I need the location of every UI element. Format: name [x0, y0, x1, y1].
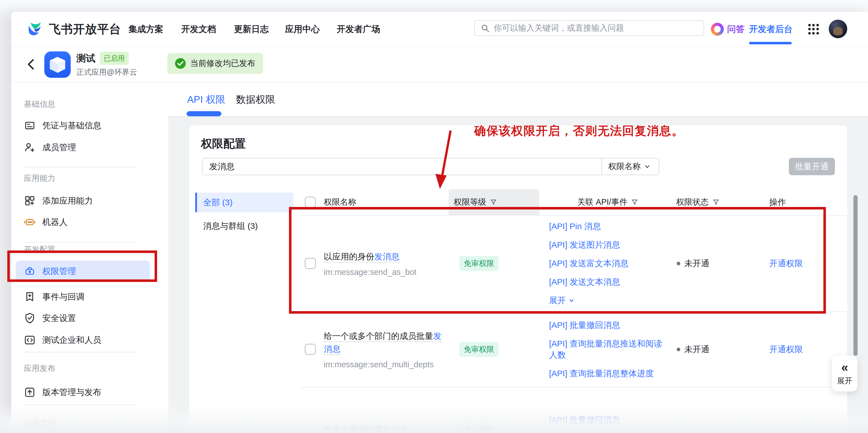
permission-code: im:message:send_multi_depts	[324, 360, 447, 369]
permission-name[interactable]: 给一个或多个部门的成员批量发消息	[324, 330, 447, 355]
nav-link-solutions[interactable]: 集成方案	[128, 12, 163, 46]
sidebar-item-credentials[interactable]: 凭证与基础信息	[19, 115, 159, 136]
open-permission-link[interactable]: 开通权限	[769, 344, 803, 355]
filter-funnel-icon[interactable]	[713, 199, 719, 206]
search-field-select[interactable]: 权限名称	[602, 158, 659, 175]
col-api[interactable]: 关联 API/事件	[539, 197, 671, 208]
back-icon[interactable]	[26, 58, 37, 70]
chevron-down-icon	[644, 164, 650, 170]
double-chevron-left-icon: «	[841, 361, 848, 373]
qna-link[interactable]: 问答	[711, 12, 745, 46]
app-name: 测试	[76, 52, 95, 65]
table-row: 给一个或多个部门的成员批量发消息 im:message:send_multi_d…	[300, 311, 848, 387]
console-link[interactable]: 开发者后台	[749, 12, 793, 46]
status-text: 未开通	[684, 344, 710, 355]
qna-ring-icon	[711, 23, 724, 36]
col-action: 操作	[769, 197, 786, 208]
shield-check-icon	[24, 312, 36, 324]
search-placeholder: 你可以输入关键词，或直接输入问题	[494, 23, 624, 34]
page-title: 权限配置	[201, 136, 246, 151]
sidebar-item-events[interactable]: 事件与回调	[19, 287, 159, 307]
feishu-logo-icon	[28, 21, 44, 37]
select-all-checkbox[interactable]	[305, 197, 316, 208]
bottom-fade-overlay	[0, 404, 868, 433]
api-link[interactable]: [API] 查询批量消息整体进度	[549, 368, 668, 379]
sidebar-item-test-org[interactable]: 测试企业和人员	[19, 330, 159, 350]
console-active-bar	[749, 42, 792, 45]
sidebar-item-security[interactable]: 安全设置	[19, 308, 159, 328]
filter-funnel-icon[interactable]	[490, 199, 497, 206]
sidebar-item-version-release[interactable]: 版本管理与发布	[19, 382, 159, 402]
section-capabilities: 应用能力	[24, 173, 55, 184]
tabs-bar: API 权限 数据权限	[168, 83, 868, 117]
code-brackets-icon	[24, 334, 36, 346]
nav-link-marketplace[interactable]: 开发者广场	[337, 12, 380, 46]
active-tab-indicator	[187, 111, 221, 116]
section-release: 应用发布	[24, 363, 55, 374]
sidebar-item-bot[interactable]: 机器人	[19, 212, 159, 232]
app-icon	[44, 51, 71, 78]
enabled-badge: 已启用	[100, 52, 129, 65]
filter-all[interactable]: 全部 (3)	[195, 193, 293, 212]
apps-grid-icon[interactable]	[807, 23, 820, 35]
annotation-arrow	[429, 128, 463, 194]
avatar[interactable]	[829, 20, 847, 38]
nav-link-docs[interactable]: 开发文档	[181, 12, 216, 46]
expand-panel-button[interactable]: « 展开	[832, 355, 857, 392]
brand[interactable]: 飞书开放平台	[28, 12, 121, 46]
section-basic-info: 基础信息	[24, 99, 55, 110]
credential-card-icon	[24, 120, 36, 132]
tab-data-permissions[interactable]: 数据权限	[236, 83, 275, 116]
app-header: 测试 已启用 正式应用@环界云 当前修改均已发布	[11, 46, 868, 82]
scrollbar-thumb[interactable]	[854, 195, 858, 356]
col-status[interactable]: 权限状态	[671, 197, 761, 208]
permission-search-input[interactable]: 发消息	[202, 158, 602, 175]
brand-title: 飞书开放平台	[49, 21, 121, 37]
row-checkbox[interactable]	[305, 344, 316, 355]
check-circle-icon	[175, 58, 186, 69]
api-link[interactable]: [API] 批量撤回消息	[549, 320, 668, 331]
sidebar-item-members[interactable]: 成员管理	[19, 137, 159, 157]
app-type: 正式应用@环界云	[76, 67, 137, 77]
search-input[interactable]: 你可以输入关键词，或直接输入问题	[474, 20, 704, 36]
filter-message-group[interactable]: 消息与群组 (3)	[195, 216, 293, 236]
divider	[24, 167, 136, 167]
member-add-icon	[24, 142, 36, 153]
annotation-box-sidebar	[7, 251, 157, 282]
divider	[24, 352, 136, 352]
sidebar-item-add-capability[interactable]: 添加应用能力	[19, 191, 159, 211]
level-badge: 免审权限	[459, 342, 498, 357]
nav-link-changelog[interactable]: 更新日志	[234, 12, 269, 46]
col-name: 权限名称	[324, 197, 447, 208]
event-callback-icon	[24, 291, 36, 303]
release-upload-icon	[24, 386, 36, 398]
bulk-open-button[interactable]: 批量开通	[789, 158, 835, 175]
robot-icon	[24, 216, 36, 228]
api-link[interactable]: [API] 查询批量消息推送和阅读人数	[549, 338, 668, 360]
nav-link-appcenter[interactable]: 应用中心	[285, 12, 320, 46]
filter-funnel-icon[interactable]	[631, 199, 638, 206]
annotation-note: 确保该权限开启，否则无法回复消息。	[474, 123, 684, 139]
divider	[24, 242, 136, 242]
publish-status-banner: 当前修改均已发布	[167, 53, 263, 74]
annotation-box-table-row	[289, 207, 826, 314]
add-capability-icon	[24, 195, 36, 207]
top-navbar: 飞书开放平台 集成方案 开发文档 更新日志 应用中心 开发者广场 你可以输入关键…	[11, 12, 868, 46]
search-icon	[480, 23, 490, 33]
status-dot	[677, 348, 680, 351]
